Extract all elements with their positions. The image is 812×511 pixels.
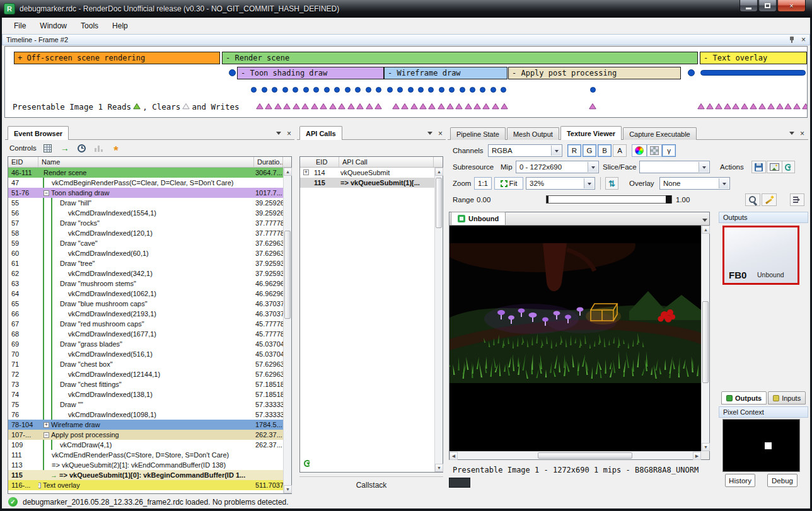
range-white-handle[interactable] <box>666 195 671 204</box>
table-row[interactable]: 57Draw "rocks"37.77778 <box>8 218 283 228</box>
table-row[interactable]: 60vkCmdDrawIndexed(60,1)37.62963 <box>8 248 283 258</box>
fb0-thumbnail[interactable]: FB0 Unbound <box>722 226 799 285</box>
zoom-1-1-button[interactable]: 1:1 <box>474 177 492 190</box>
table-row[interactable]: 74vkCmdDrawIndexed(138,1)57.18518 <box>8 389 283 399</box>
table-row[interactable]: 116-...+Text overlay511.7037 <box>8 480 283 490</box>
zoom-range-button[interactable] <box>745 193 760 206</box>
slice-face-select[interactable] <box>639 161 710 173</box>
range-black-handle[interactable] <box>547 196 548 203</box>
timeline-event-dot[interactable] <box>418 87 424 93</box>
channel-a-button[interactable]: A <box>613 144 627 157</box>
scroll-thumb[interactable] <box>284 231 291 319</box>
flip-y-button[interactable]: ⇅ <box>605 177 618 190</box>
table-row[interactable]: 70vkCmdDrawIndexed(516,1)45.03704 <box>8 349 283 359</box>
column-header[interactable]: API Call <box>339 157 434 167</box>
scroll-left-icon[interactable]: ◀ <box>450 452 458 460</box>
timeline-event-dot[interactable] <box>470 87 475 93</box>
table-row[interactable]: 109vkCmdDraw(4,1)262.37... <box>8 440 283 450</box>
table-row[interactable]: 107-...−Apply post processing262.37... <box>8 430 283 440</box>
tab-outputs[interactable]: Outputs <box>721 391 767 405</box>
menu-item-help[interactable]: Help <box>105 19 135 33</box>
overlay-select[interactable]: None <box>659 177 730 190</box>
table-row[interactable]: 72vkCmdDrawIndexed(12144,1)57.62963 <box>8 369 283 379</box>
timeline-event-dot[interactable] <box>334 87 340 93</box>
timeline-event-dot[interactable] <box>313 87 319 93</box>
timeline-event-dot[interactable] <box>355 87 361 93</box>
column-header[interactable]: Duratio... <box>254 157 283 167</box>
table-row[interactable]: 61Draw "tree"37.92593 <box>8 258 283 268</box>
expand-icon[interactable]: + <box>38 483 41 488</box>
export-button[interactable] <box>767 161 782 173</box>
timeline-event-dot[interactable] <box>345 87 351 93</box>
scroll-up-icon[interactable]: ▲ <box>284 168 292 176</box>
menu-item-tools[interactable]: Tools <box>74 19 105 33</box>
scroll-thumb[interactable] <box>538 452 632 459</box>
timeline-event-dot[interactable] <box>480 87 485 93</box>
dock-menu-icon[interactable] <box>276 132 281 137</box>
texture-hscrollbar[interactable]: ◀ ▶ <box>450 451 701 459</box>
column-header[interactable]: EID <box>313 157 339 167</box>
time-durations-button[interactable] <box>76 142 88 154</box>
tab-pipeline-state[interactable]: Pipeline State <box>450 127 506 140</box>
timeline-event-dot[interactable] <box>366 87 371 93</box>
close-button[interactable]: × <box>777 0 806 12</box>
tab-unbound-texture[interactable]: Unbound <box>451 212 506 225</box>
bookmark-button[interactable]: * <box>110 142 122 154</box>
timeline-section[interactable]: - Wireframe draw <box>384 67 508 79</box>
timeline-event-dot[interactable] <box>376 87 381 93</box>
scroll-down-icon[interactable]: ▼ <box>702 443 710 451</box>
history-button[interactable]: History <box>725 474 755 487</box>
channel-r-button[interactable]: R <box>567 144 581 157</box>
timeline-event-dot[interactable] <box>282 87 288 93</box>
tab-event-browser[interactable]: Event Browser <box>8 126 69 140</box>
colorwheel-button[interactable] <box>632 144 647 157</box>
timeline-titlebar[interactable]: Timeline - Frame #2 × <box>2 34 810 45</box>
scroll-right-icon[interactable]: ▶ <box>693 452 701 460</box>
table-row[interactable]: 69Draw "grass blades"45.03704 <box>8 339 283 349</box>
close-icon[interactable]: × <box>801 37 806 43</box>
tab-capture-executable[interactable]: Capture Executable <box>623 127 697 140</box>
table-row[interactable]: 63Draw "mushroom stems"46.96296 <box>8 278 283 289</box>
timeline-canvas[interactable]: Presentable Image 1 Reads , Clears and W… <box>4 46 808 118</box>
refresh-button[interactable] <box>782 161 795 173</box>
expand-icon[interactable]: + <box>303 169 309 175</box>
tab-api-calls[interactable]: API Calls <box>299 126 342 140</box>
timeline-event-dot[interactable] <box>428 87 434 93</box>
tab-mesh-output[interactable]: Mesh Output <box>507 127 559 140</box>
texture-canvas[interactable] <box>450 226 701 451</box>
timeline-event-dot[interactable] <box>324 87 330 93</box>
timeline-event-dot[interactable] <box>501 87 506 93</box>
callstack-header[interactable]: Callstack <box>299 476 443 493</box>
find-button[interactable] <box>42 142 54 154</box>
dock-menu-icon[interactable] <box>789 132 794 137</box>
column-header[interactable]: Name <box>38 157 254 167</box>
timeline-section[interactable]: - Render scene <box>222 52 698 64</box>
table-row[interactable]: 56vkCmdDrawIndexed(1554,1)39.25926 <box>8 208 283 218</box>
timeline-event-dot[interactable] <box>293 87 298 93</box>
scroll-up-icon[interactable]: ▲ <box>702 226 710 234</box>
scroll-thumb[interactable] <box>702 301 709 383</box>
menu-item-window[interactable]: Window <box>33 19 74 33</box>
collapse-icon[interactable]: − <box>44 190 49 196</box>
timeline-section[interactable]: - Toon shading draw <box>237 67 384 79</box>
timeline-event-dot[interactable] <box>439 87 444 93</box>
gamma-button[interactable]: γ <box>662 144 676 157</box>
autofit-button[interactable] <box>762 193 777 206</box>
stats-button[interactable] <box>93 142 105 154</box>
expand-icon[interactable]: + <box>44 422 49 428</box>
table-row[interactable]: 66vkCmdDrawIndexed(2193,1)46.37037 <box>8 309 283 319</box>
zoom-select[interactable]: 32% <box>526 177 595 190</box>
tab-texture-viewer[interactable]: Texture Viewer <box>560 126 622 140</box>
table-row[interactable]: 115=> vkQueueSubmit(1)[... <box>300 178 434 188</box>
event-scrollbar[interactable]: ▲ ▼ <box>283 168 291 493</box>
table-row[interactable]: 46-111Render scene3064.7... <box>8 168 283 178</box>
timeline-event-dot[interactable] <box>303 87 309 93</box>
timeline-event-dot[interactable] <box>490 87 496 93</box>
table-row[interactable]: 73Draw "chest fittings"57.18518 <box>8 379 283 389</box>
mip-select[interactable]: 0 - 1272x690 <box>516 161 599 173</box>
table-row[interactable]: 64vkCmdDrawIndexed(1062,1)46.96296 <box>8 289 283 299</box>
scroll-down-icon[interactable]: ▼ <box>435 464 443 472</box>
timeline-event-dot[interactable] <box>590 87 596 93</box>
range-options-button[interactable] <box>790 193 804 206</box>
table-row[interactable]: 51-76−Toon shading draw1017.7... <box>8 188 283 198</box>
